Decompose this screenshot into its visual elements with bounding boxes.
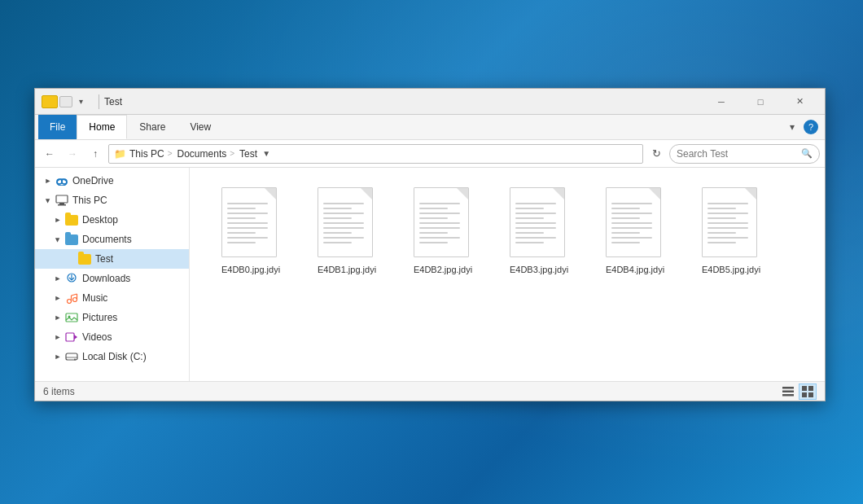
tab-view[interactable]: View — [177, 115, 223, 139]
music-expand-arrow: ► — [51, 294, 64, 302]
sidebar-test-label: Test — [95, 253, 113, 265]
svg-rect-22 — [782, 394, 794, 397]
pictures-expand-arrow: ► — [51, 313, 64, 322]
status-bar: 6 items — [35, 381, 825, 401]
svg-rect-25 — [802, 392, 807, 397]
breadcrumb-documents-label: Documents — [177, 148, 227, 160]
file-item-2[interactable]: E4DB2.jpg.jdyi — [398, 181, 488, 282]
details-view-button[interactable] — [779, 383, 797, 400]
svg-point-8 — [68, 300, 72, 304]
sidebar-onedrive-label: OneDrive — [72, 175, 114, 186]
downloads-icon — [64, 272, 79, 285]
breadcrumb-sep-2: > — [230, 149, 234, 158]
ribbon-collapse-btn[interactable]: ▾ — [784, 119, 800, 135]
dropdown-arrow-icon[interactable]: ▾ — [74, 96, 87, 107]
sidebar-thispc-label: This PC — [72, 195, 107, 206]
ribbon-help-btn[interactable]: ? — [804, 120, 818, 134]
tab-home[interactable]: Home — [77, 115, 127, 139]
sidebar-item-music[interactable]: ► Music — [35, 288, 189, 308]
svg-rect-23 — [802, 386, 807, 391]
file-item-3[interactable]: E4DB3.jpg.jdyi — [494, 181, 584, 282]
item-count: 6 items — [43, 386, 75, 397]
up-button[interactable]: ↑ — [85, 144, 105, 164]
file-item-4[interactable]: E4DB4.jpg.jdyi — [590, 181, 680, 282]
sidebar-item-pictures[interactable]: ► Pictures — [35, 308, 189, 327]
maximize-button[interactable]: □ — [742, 89, 779, 115]
svg-rect-24 — [808, 386, 813, 391]
tab-home-label: Home — [89, 121, 115, 133]
breadcrumb-thispc[interactable]: This PC > — [129, 148, 174, 160]
svg-marker-16 — [74, 335, 77, 340]
localdisk-expand-arrow: ► — [51, 353, 64, 361]
refresh-button[interactable]: ↻ — [646, 144, 666, 164]
breadcrumb-folder-icon: 📁 — [114, 148, 126, 160]
forward-button[interactable]: → — [63, 144, 82, 164]
file-icon-1 — [318, 187, 376, 261]
sidebar-item-downloads[interactable]: ► Downloads — [35, 269, 189, 288]
address-dropdown-arrow[interactable]: ▼ — [261, 149, 272, 158]
file-icon-3 — [510, 187, 568, 261]
file-name-3: E4DB3.jpg.jdyi — [510, 264, 568, 275]
svg-line-12 — [72, 294, 77, 296]
documents-expand-arrow: ► — [54, 234, 62, 247]
svg-rect-26 — [808, 392, 813, 397]
svg-rect-5 — [58, 204, 66, 206]
window-title: Test — [104, 96, 703, 107]
svg-rect-3 — [56, 195, 68, 203]
file-name-0: E4DB0.jpg.jdyi — [221, 264, 280, 275]
sidebar-documents-label: Documents — [82, 234, 132, 245]
tab-file[interactable]: File — [38, 115, 77, 139]
breadcrumb-documents[interactable]: Documents > — [177, 148, 237, 160]
sidebar-item-test[interactable]: ► Test — [35, 249, 189, 269]
ribbon: File Home Share View ▾ ? — [35, 115, 825, 140]
breadcrumb-thispc-label: This PC — [129, 148, 164, 160]
svg-rect-21 — [782, 390, 794, 392]
file-item-5[interactable]: E4DB5.jpg.jdyi — [686, 181, 776, 282]
file-icon-4 — [606, 187, 664, 261]
tab-view-label: View — [190, 121, 211, 133]
file-name-1: E4DB1.jpg.jdyi — [318, 264, 376, 275]
pc-icon — [55, 194, 69, 207]
videos-icon — [64, 331, 79, 344]
window-controls: ─ □ ✕ — [703, 89, 818, 115]
sidebar-item-documents[interactable]: ► Documents — [35, 230, 189, 249]
file-item-0[interactable]: E4DB0.jpg.jdyi — [206, 181, 296, 282]
svg-point-9 — [73, 298, 77, 302]
file-icon-5 — [702, 187, 760, 261]
sidebar-item-videos[interactable]: ► Videos — [35, 327, 189, 347]
file-icon-0 — [221, 187, 280, 261]
thispc-expand-arrow: ► — [44, 195, 52, 208]
downloads-expand-arrow: ► — [51, 274, 64, 283]
folder-icon-titlebar — [42, 95, 58, 108]
large-icons-view-button[interactable] — [799, 383, 817, 400]
search-icon: 🔍 — [801, 148, 813, 159]
minimize-button[interactable]: ─ — [703, 89, 740, 115]
ribbon-right-controls: ▾ ? — [784, 119, 821, 135]
file-area: E4DB0.jpg.jdyi — [190, 168, 825, 381]
test-folder-icon — [77, 252, 92, 265]
disk-icon — [64, 350, 79, 363]
breadcrumb-test-label: Test — [239, 148, 257, 160]
svg-point-19 — [74, 359, 76, 361]
tab-share[interactable]: Share — [127, 115, 177, 139]
back-button[interactable]: ← — [40, 144, 59, 164]
file-item-1[interactable]: E4DB1.jpg.jdyi — [302, 181, 392, 282]
search-box: 🔍 — [669, 144, 820, 164]
file-name-2: E4DB2.jpg.jdyi — [414, 264, 472, 275]
explorer-window: ▾ Test ─ □ ✕ File Home Share View ▾ — [34, 88, 826, 401]
sidebar-item-desktop[interactable]: ► Desktop — [35, 210, 189, 230]
address-bar: ← → ↑ 📁 This PC > Documents > Test ▼ ↻ 🔍 — [35, 140, 825, 168]
sidebar-item-thispc[interactable]: ► This PC — [35, 191, 189, 210]
ribbon-tab-bar: File Home Share View ▾ ? — [35, 115, 825, 139]
sidebar-item-onedrive[interactable]: ► OneDrive — [35, 171, 189, 191]
sidebar-item-localdisk[interactable]: ► Local Disk (C:) — [35, 347, 189, 366]
sidebar-music-label: Music — [82, 292, 107, 304]
title-bar: ▾ Test ─ □ ✕ — [35, 89, 825, 115]
search-input[interactable] — [677, 148, 801, 160]
address-path[interactable]: 📁 This PC > Documents > Test ▼ — [108, 144, 643, 164]
quick-access-icons: ▾ — [42, 95, 87, 108]
documents-folder-icon — [64, 233, 79, 246]
close-button[interactable]: ✕ — [781, 89, 818, 115]
breadcrumb-test[interactable]: Test — [239, 148, 257, 160]
file-name-5: E4DB5.jpg.jdyi — [702, 264, 760, 275]
